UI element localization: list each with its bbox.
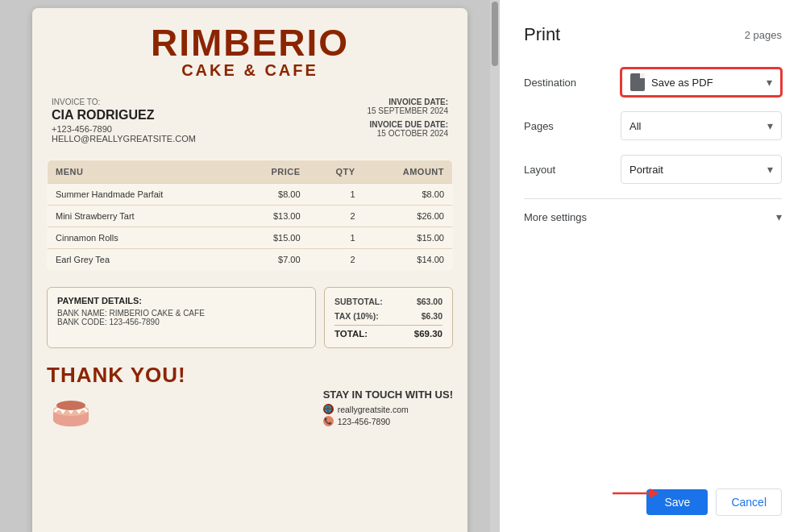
arrow-indicator — [613, 484, 661, 503]
footer-left: THANK YOU! — [47, 363, 186, 428]
cell-price: $15.00 — [239, 227, 309, 249]
client-name: CIA RODRIGUEZ — [52, 108, 196, 123]
layout-row: Layout Portrait ▾ — [524, 155, 782, 184]
website-line: 🌐 reallygreatsite.com — [323, 404, 453, 414]
print-header: Print 2 pages — [524, 24, 782, 45]
layout-select-text: Portrait — [629, 164, 663, 176]
pages-chevron-icon: ▾ — [767, 119, 773, 132]
table-row: Cinnamon Rolls$15.001$15.00 — [48, 227, 453, 249]
table-header-row: MENU PRICE QTY AMOUNT — [48, 160, 453, 184]
pages-value: All — [629, 120, 641, 132]
invoice-table: MENU PRICE QTY AMOUNT Summer Handmade Pa… — [47, 160, 453, 271]
invoice-info-left: INVOICE TO: CIA RODRIGUEZ +123-456-7890 … — [52, 98, 196, 143]
total-row: TOTAL: $69.30 — [334, 325, 442, 341]
cell-amount: $14.00 — [364, 249, 453, 271]
tax-row: TAX (10%): $6.30 — [334, 309, 442, 323]
thank-you-text: THANK YOU! — [47, 363, 186, 388]
cell-amount: $8.00 — [364, 184, 453, 206]
svg-point-3 — [56, 401, 85, 410]
bank-name: BANK NAME: RIMBERIO CAKE & CAFE — [57, 309, 305, 318]
layout-select[interactable]: Portrait ▾ — [621, 155, 782, 184]
col-header-qty: QTY — [309, 160, 364, 184]
more-settings-label: More settings — [524, 211, 587, 223]
cell-qty: 1 — [309, 227, 364, 249]
invoice-header: RIMBERIO CAKE & CAFE — [32, 8, 467, 88]
destination-row: Destination Save as PDF ▾ — [524, 68, 782, 97]
footer-phone-text: 123-456-7890 — [338, 417, 390, 426]
phone-line: 📞 123-456-7890 — [323, 416, 453, 426]
invoice-table-wrap: MENU PRICE QTY AMOUNT Summer Handmade Pa… — [32, 153, 467, 277]
col-header-menu: MENU — [48, 160, 239, 184]
invoice-info: INVOICE TO: CIA RODRIGUEZ +123-456-7890 … — [32, 88, 467, 153]
cancel-button[interactable]: Cancel — [716, 488, 782, 516]
cell-menu: Summer Handmade Parfait — [48, 184, 239, 206]
payment-section: PAYMENT DETAILS: BANK NAME: RIMBERIO CAK… — [32, 281, 467, 355]
cell-amount: $15.00 — [364, 227, 453, 249]
col-header-amount: AMOUNT — [364, 160, 453, 184]
pages-row: Pages All ▾ — [524, 111, 782, 140]
col-header-price: PRICE — [239, 160, 309, 184]
spacer — [524, 235, 782, 476]
print-panel: Print 2 pages Destination Save as PDF ▾ … — [500, 0, 806, 532]
cell-qty: 2 — [309, 249, 364, 271]
tax-value: $6.30 — [422, 311, 442, 321]
scrollbar[interactable] — [490, 0, 500, 532]
cell-menu: Cinnamon Rolls — [48, 227, 239, 249]
cell-menu: Mini Strawberry Tart — [48, 206, 239, 227]
pages-label: Pages — [524, 120, 621, 132]
print-pages: 2 pages — [745, 29, 782, 41]
phone-icon: 📞 — [323, 416, 334, 426]
destination-label: Destination — [524, 77, 621, 89]
invoice-due-value: 15 OCTOBER 2024 — [367, 129, 448, 138]
client-phone: +123-456-7890 — [52, 124, 196, 134]
destination-select[interactable]: Save as PDF ▾ — [621, 68, 782, 97]
pages-select[interactable]: All ▾ — [621, 111, 782, 140]
payment-details: PAYMENT DETAILS: BANK NAME: RIMBERIO CAK… — [47, 287, 316, 348]
client-email: HELLO@REALLYGREATSITE.COM — [52, 134, 196, 143]
footer-right: STAY IN TOUCH WITH US! 🌐 reallygreatsite… — [323, 389, 453, 428]
invoice-info-right: INVOICE DATE: 15 SEPTEMBER 2024 INVOICE … — [367, 98, 448, 143]
cell-qty: 2 — [309, 206, 364, 227]
cell-price: $7.00 — [239, 249, 309, 271]
layout-chevron-icon: ▾ — [767, 163, 773, 176]
table-row: Summer Handmade Parfait$8.001$8.00 — [48, 184, 453, 206]
payment-title: PAYMENT DETAILS: — [57, 296, 305, 305]
more-settings-chevron-icon: ▾ — [776, 210, 782, 223]
destination-select-text: Save as PDF — [630, 73, 713, 91]
invoice-to-label: INVOICE TO: — [52, 98, 196, 106]
invoice-due-label: INVOICE DUE DATE: — [367, 120, 448, 129]
total-label: TOTAL: — [334, 329, 368, 339]
pdf-icon — [630, 73, 645, 91]
subtotal-value: $63.00 — [417, 297, 442, 306]
layout-value: Portrait — [629, 164, 663, 176]
cell-price: $13.00 — [239, 206, 309, 227]
more-settings-row[interactable]: More settings ▾ — [524, 198, 782, 235]
layout-label: Layout — [524, 164, 621, 176]
arrow-svg — [613, 484, 661, 503]
destination-chevron-icon: ▾ — [767, 76, 772, 89]
brand-name: RIMBERIO — [48, 24, 451, 61]
cell-price: $8.00 — [239, 184, 309, 206]
invoice-date-label: INVOICE DATE: — [367, 98, 448, 106]
destination-value: Save as PDF — [651, 77, 713, 89]
tax-label: TAX (10%): — [334, 311, 379, 321]
bank-code: BANK CODE: 123-456-7890 — [57, 318, 305, 326]
globe-icon: 🌐 — [323, 404, 334, 414]
cell-qty: 1 — [309, 184, 364, 206]
table-row: Earl Grey Tea$7.002$14.00 — [48, 249, 453, 271]
invoice-footer: THANK YOU! STAY IN TOUCH WITH US! 🌐 — [32, 355, 467, 439]
table-row: Mini Strawberry Tart$13.002$26.00 — [48, 206, 453, 227]
scrollbar-thumb[interactable] — [492, 2, 498, 66]
subtotal-row: SUBTOTAL: $63.00 — [334, 294, 442, 309]
totals-box: SUBTOTAL: $63.00 TAX (10%): $6.30 TOTAL:… — [324, 287, 453, 348]
brand-sub: CAKE & CAFE — [48, 61, 451, 80]
total-value: $69.30 — [414, 329, 442, 339]
cake-illustration — [47, 388, 95, 428]
website-text: reallygreatsite.com — [338, 405, 409, 414]
stay-in-touch-title: STAY IN TOUCH WITH US! — [323, 389, 453, 401]
document-preview: RIMBERIO CAKE & CAFE INVOICE TO: CIA ROD… — [0, 0, 500, 532]
cell-amount: $26.00 — [364, 206, 453, 227]
pages-select-text: All — [629, 120, 641, 132]
invoice-date-value: 15 SEPTEMBER 2024 — [367, 106, 448, 115]
subtotal-label: SUBTOTAL: — [334, 297, 383, 306]
